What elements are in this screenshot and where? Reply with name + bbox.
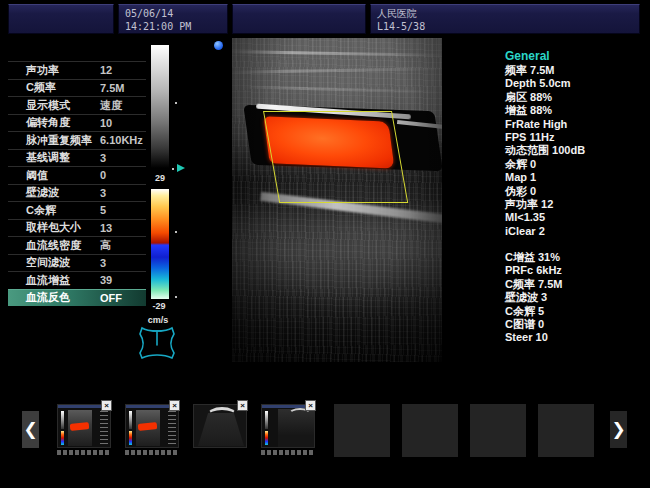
parameter-label: 显示模式 bbox=[26, 98, 70, 113]
close-icon[interactable]: × bbox=[305, 400, 316, 411]
thumb-colorbar bbox=[61, 431, 64, 445]
thumbnail-placeholder bbox=[470, 404, 526, 457]
readout-section-title: General bbox=[505, 50, 550, 63]
parameter-label: 血流反色 bbox=[26, 290, 70, 305]
parameter-row-12[interactable]: 空间滤波3 bbox=[8, 254, 146, 272]
readout-item: Steer 10 bbox=[505, 331, 647, 344]
parameter-label: 脉冲重复频率 bbox=[26, 133, 92, 148]
topbar-logo-box bbox=[8, 4, 114, 34]
readout-item: FrRate High bbox=[505, 118, 647, 131]
parameter-label: 血流增益 bbox=[26, 273, 70, 288]
parameter-row-5[interactable]: 脉冲重复频率6.10KHz bbox=[8, 131, 146, 149]
ultrasound-screen: 05/06/14 14:21:00 PM 人民医院 L14-5/38 声功率12… bbox=[0, 0, 650, 488]
thumb-graybar bbox=[265, 411, 268, 429]
parameter-value: 7.5M bbox=[100, 82, 146, 94]
thumb-flow bbox=[138, 422, 158, 431]
parameter-row-9[interactable]: C余辉5 bbox=[8, 201, 146, 219]
readout-item: C余辉 5 bbox=[505, 305, 647, 318]
parameter-label: 血流线密度 bbox=[26, 238, 81, 253]
parameter-label: 空间滤波 bbox=[26, 255, 70, 270]
left-parameter-panel: 声功率12C频率7.5M显示模式速度偏转角度10脉冲重复频率6.10KHz基线调… bbox=[8, 61, 146, 306]
parameter-row-13[interactable]: 血流增益39 bbox=[8, 271, 146, 289]
readout-item: 扇区 88% bbox=[505, 91, 647, 104]
time-text: 14:21:00 PM bbox=[125, 20, 221, 33]
chevron-right-icon[interactable]: ❯ bbox=[610, 411, 627, 448]
thumb-colorbar bbox=[129, 431, 132, 445]
probe-model: L14-5/38 bbox=[377, 20, 633, 33]
readout-item: 壁滤波 3 bbox=[505, 291, 647, 304]
thumbnail-sector[interactable]: × bbox=[193, 404, 247, 448]
date-text: 05/06/14 bbox=[125, 7, 221, 20]
parameter-row-10[interactable]: 取样包大小13 bbox=[8, 219, 146, 237]
thumb-text-column bbox=[168, 411, 176, 445]
readout-item: MI<1.35 bbox=[505, 211, 647, 224]
parameter-row-11[interactable]: 血流线密度高 bbox=[8, 236, 146, 254]
focus-arrow-icon[interactable] bbox=[177, 164, 185, 172]
parameter-label: 壁滤波 bbox=[26, 185, 59, 200]
parameter-value: 3 bbox=[100, 152, 146, 164]
parameter-value: 39 bbox=[100, 274, 146, 286]
focus-dot bbox=[172, 168, 174, 170]
topbar-datetime-box: 05/06/14 14:21:00 PM bbox=[118, 4, 228, 34]
readout-item: FPS 11Hz bbox=[505, 131, 647, 144]
parameter-value: OFF bbox=[100, 292, 146, 304]
parameter-row-3[interactable]: 显示模式速度 bbox=[8, 96, 146, 114]
parameter-label: C频率 bbox=[26, 80, 56, 95]
readout-item: Depth 5.0cm bbox=[505, 77, 647, 90]
parameter-value: 0 bbox=[100, 169, 146, 181]
velocity-max-label: 29 bbox=[149, 173, 171, 183]
parameter-label: 偏转角度 bbox=[26, 115, 70, 130]
readout-item: 伪彩 0 bbox=[505, 185, 647, 198]
close-icon[interactable]: × bbox=[169, 400, 180, 411]
thumb-graybar bbox=[61, 411, 64, 429]
readout-item: iClear 2 bbox=[505, 225, 647, 238]
velocity-min-label: -29 bbox=[146, 301, 172, 311]
readout-item: 频率 7.5M bbox=[505, 64, 647, 77]
thumb-text-column bbox=[100, 411, 108, 445]
readout-item: 余辉 0 bbox=[505, 158, 647, 171]
baseline-tick-dot bbox=[175, 231, 177, 233]
colorbar-end-dot bbox=[175, 296, 177, 298]
probe-orientation-marker bbox=[214, 41, 223, 50]
thumbnail-placeholder bbox=[538, 404, 594, 457]
body-marker-icon bbox=[133, 323, 181, 363]
readout-item: C增益 31% bbox=[505, 251, 647, 264]
parameter-row-1[interactable]: 声功率12 bbox=[8, 61, 146, 79]
parameter-row-7[interactable]: 阈值0 bbox=[8, 166, 146, 184]
topbar-patient-box bbox=[232, 4, 366, 34]
parameter-value: 5 bbox=[100, 204, 146, 216]
general-list: 频率 7.5MDepth 5.0cm扇区 88%增益 88%FrRate Hig… bbox=[505, 64, 647, 238]
close-icon[interactable]: × bbox=[237, 400, 248, 411]
parameter-value: 10 bbox=[100, 117, 146, 129]
parameter-row-8[interactable]: 壁滤波3 bbox=[8, 184, 146, 202]
thumbnail-caption bbox=[125, 450, 179, 455]
parameter-value: 高 bbox=[100, 238, 146, 253]
parameter-value: 3 bbox=[100, 187, 146, 199]
readout-item: 增益 88% bbox=[505, 104, 647, 117]
close-icon[interactable]: × bbox=[101, 400, 112, 411]
parameter-label: 声功率 bbox=[26, 63, 59, 78]
parameter-label: 基线调整 bbox=[26, 150, 70, 165]
thumbnail-caption bbox=[57, 450, 111, 455]
hospital-name: 人民医院 bbox=[377, 7, 633, 20]
thumbnail-duplex-1[interactable]: × bbox=[57, 404, 111, 448]
thumb-graybar bbox=[129, 411, 132, 429]
color-roi-box[interactable] bbox=[263, 111, 408, 203]
thumbnail-placeholder bbox=[334, 404, 390, 457]
parameter-row-4[interactable]: 偏转角度10 bbox=[8, 114, 146, 132]
parameter-row-6[interactable]: 基线调整3 bbox=[8, 149, 146, 167]
thumbnail-caption bbox=[261, 450, 315, 455]
parameter-value: 13 bbox=[100, 222, 146, 234]
parameter-row-2[interactable]: C频率7.5M bbox=[8, 79, 146, 97]
thumbnail-duplex-3[interactable]: × bbox=[261, 404, 315, 448]
parameter-value: 6.10KHz bbox=[100, 134, 146, 146]
thumb-colorbar bbox=[265, 431, 268, 445]
parameter-row-14[interactable]: 血流反色OFF bbox=[8, 289, 146, 307]
gain-tick-dot bbox=[175, 102, 177, 104]
readout-item: C频率 7.5M bbox=[505, 278, 647, 291]
readout-item: 动态范围 100dB bbox=[505, 144, 647, 157]
chevron-left-icon[interactable]: ❮ bbox=[22, 411, 39, 448]
readout-item: C图谱 0 bbox=[505, 318, 647, 331]
parameter-label: 取样包大小 bbox=[26, 220, 81, 235]
thumbnail-duplex-2[interactable]: × bbox=[125, 404, 179, 448]
